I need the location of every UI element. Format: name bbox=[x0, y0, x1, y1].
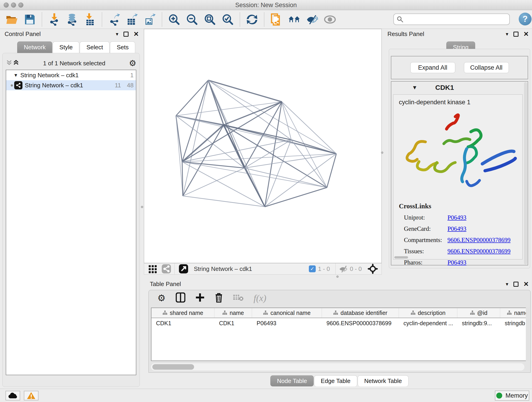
panel-collapse-icon[interactable]: ▾ bbox=[116, 31, 118, 37]
table-row[interactable]: CDK1CDK1P064939606.ENSP00000378699cyclin… bbox=[152, 318, 528, 328]
birdseye-icon[interactable] bbox=[368, 264, 378, 274]
column-header-shared-name[interactable]: shared name bbox=[152, 308, 215, 318]
string-home-icon[interactable] bbox=[288, 13, 300, 26]
delete-column-icon[interactable] bbox=[215, 293, 223, 303]
network-view-canvas[interactable] bbox=[144, 29, 382, 263]
network-options-gear-icon[interactable]: ⚙ bbox=[129, 58, 136, 68]
edge-CCNB1-CCNE1[interactable] bbox=[182, 162, 265, 207]
edge-CCNB2-HIST1H1A[interactable] bbox=[183, 80, 208, 196]
edge-CDC6-RB1[interactable] bbox=[291, 140, 336, 154]
tab-select[interactable]: Select bbox=[80, 41, 109, 53]
results-vscroll[interactable] bbox=[524, 82, 527, 264]
panel-close-icon[interactable]: ✕ bbox=[524, 280, 529, 288]
table-hscroll[interactable] bbox=[151, 363, 525, 370]
panel-collapse-icon[interactable]: ▾ bbox=[506, 31, 508, 37]
save-icon[interactable] bbox=[24, 13, 36, 26]
cloud-button[interactable] bbox=[6, 391, 20, 400]
import-database-icon[interactable] bbox=[66, 13, 78, 26]
tab-style[interactable]: Style bbox=[53, 41, 79, 53]
results-hscroll[interactable] bbox=[394, 256, 408, 259]
column-header-database-identifier[interactable]: database identifier bbox=[322, 308, 399, 318]
table-tabs: Node TableEdge TableNetwork Table bbox=[270, 375, 409, 386]
import-table-icon[interactable] bbox=[84, 13, 96, 26]
edge-CCNA1-RB1[interactable] bbox=[282, 102, 336, 154]
table-settings-gear-icon[interactable]: ⚙ bbox=[157, 293, 166, 303]
zoom-fit-icon[interactable] bbox=[204, 13, 216, 26]
export-network-icon[interactable] bbox=[108, 13, 120, 26]
edge-RB1-CCNB1[interactable] bbox=[182, 154, 336, 162]
edge-RB1-CDKN1A[interactable] bbox=[327, 154, 336, 187]
search-box[interactable] bbox=[393, 13, 510, 25]
tab-sets[interactable]: Sets bbox=[110, 41, 135, 53]
export-image-icon[interactable] bbox=[144, 13, 156, 26]
tab-edge-table[interactable]: Edge Table bbox=[314, 375, 357, 386]
node-table[interactable]: shared namenamecanonical namedatabase id… bbox=[151, 307, 528, 361]
warnings-button[interactable] bbox=[24, 391, 38, 400]
zoom-out-icon[interactable] bbox=[186, 13, 198, 26]
expand-tree-icon[interactable] bbox=[6, 59, 13, 68]
column-header-name[interactable]: name bbox=[215, 308, 252, 318]
expand-all-button[interactable]: Expand All bbox=[410, 62, 455, 73]
edge-CDC6-CCNA2[interactable] bbox=[244, 140, 291, 168]
refresh-icon[interactable] bbox=[246, 13, 258, 26]
network-collection-row[interactable]: ▼ String Network – cdk1 1 bbox=[6, 70, 136, 80]
edge-CCNB2-RB1[interactable] bbox=[208, 80, 336, 154]
memory-button[interactable]: Memory bbox=[495, 390, 529, 401]
zoom-in-icon[interactable] bbox=[168, 13, 180, 26]
collapse-all-button[interactable]: Collapse All bbox=[464, 62, 509, 73]
splitter-grip[interactable] bbox=[336, 275, 339, 278]
edge-CDKN1A-CCNE1[interactable] bbox=[265, 187, 327, 207]
column-header-canonical-name[interactable]: canonical name bbox=[252, 308, 322, 318]
panel-float-icon[interactable] bbox=[513, 282, 519, 287]
splitter-grip[interactable] bbox=[141, 206, 143, 208]
grid-view-icon[interactable] bbox=[148, 264, 157, 274]
crosslink-link[interactable]: P06493 bbox=[447, 259, 467, 266]
show-columns-icon[interactable] bbox=[176, 293, 185, 303]
column-header-description[interactable]: description bbox=[399, 308, 457, 318]
clone-network-icon[interactable] bbox=[270, 13, 282, 26]
edge-CDK1-RB1[interactable] bbox=[224, 125, 336, 154]
share-view-icon[interactable] bbox=[162, 264, 171, 274]
protein-entry-header[interactable]: ▼ CDK1 bbox=[391, 82, 528, 94]
add-column-icon[interactable] bbox=[196, 293, 205, 303]
zoom-selected-icon[interactable] bbox=[222, 13, 234, 26]
column-header-@id[interactable]: @id bbox=[457, 308, 500, 318]
hide-unhide-icon[interactable] bbox=[306, 13, 318, 26]
show-eye-icon[interactable] bbox=[324, 13, 336, 26]
crosslink-link[interactable]: 9606.ENSP00000378699 bbox=[447, 236, 510, 244]
edge-CCNA1-CDK1[interactable] bbox=[224, 102, 282, 125]
tab-node-table[interactable]: Node Table bbox=[270, 375, 314, 386]
detach-view-icon[interactable] bbox=[179, 264, 188, 274]
table-vscroll[interactable] bbox=[526, 307, 530, 361]
tree-expand-icon[interactable]: ▼ bbox=[13, 73, 18, 78]
entry-collapse-icon[interactable]: ▼ bbox=[412, 84, 418, 91]
crosslink-link[interactable]: 9606.ENSP00000378699 bbox=[447, 248, 510, 255]
splitter-grip[interactable] bbox=[381, 152, 383, 154]
crosslink-label: Compartments: bbox=[404, 236, 447, 244]
tab-network[interactable]: Network bbox=[17, 41, 52, 53]
panel-collapse-icon[interactable]: ▾ bbox=[506, 281, 508, 287]
edge-CCNB2-CCNE1[interactable] bbox=[208, 80, 265, 207]
panel-float-icon[interactable] bbox=[513, 32, 519, 37]
edge-CCNA2-HIST1H1A[interactable] bbox=[183, 168, 244, 196]
collapse-tree-icon[interactable] bbox=[13, 59, 19, 68]
panel-close-icon[interactable]: ✕ bbox=[524, 30, 529, 38]
panel-float-icon[interactable] bbox=[123, 32, 128, 37]
open-folder-icon[interactable] bbox=[6, 13, 18, 26]
crosslink-link[interactable]: P06493 bbox=[447, 214, 467, 221]
search-input[interactable] bbox=[404, 15, 509, 24]
hidden-eye-icon[interactable] bbox=[339, 265, 348, 273]
import-network-icon[interactable] bbox=[48, 13, 60, 26]
network-row[interactable]: ● String Network – cdk1 11 48 bbox=[6, 80, 136, 90]
selected-checkbox-icon[interactable]: ✓ bbox=[309, 265, 316, 272]
network-list-header: 1 of 1 Network selected ⚙ bbox=[6, 58, 136, 68]
edge-CCNB2-CCNA1[interactable] bbox=[208, 80, 282, 102]
export-table-icon[interactable] bbox=[126, 13, 138, 26]
edge-HIST1H1A-CCNE1[interactable] bbox=[183, 196, 265, 207]
tab-network-table[interactable]: Network Table bbox=[358, 375, 409, 386]
column-header-namespace[interactable]: namespace bbox=[500, 308, 528, 318]
crosslink-link[interactable]: P06493 bbox=[447, 225, 467, 232]
help-icon[interactable]: ? bbox=[519, 13, 532, 26]
panel-close-icon[interactable]: ✕ bbox=[133, 30, 139, 38]
edge-CCNB2-CDC25B[interactable] bbox=[176, 80, 208, 116]
